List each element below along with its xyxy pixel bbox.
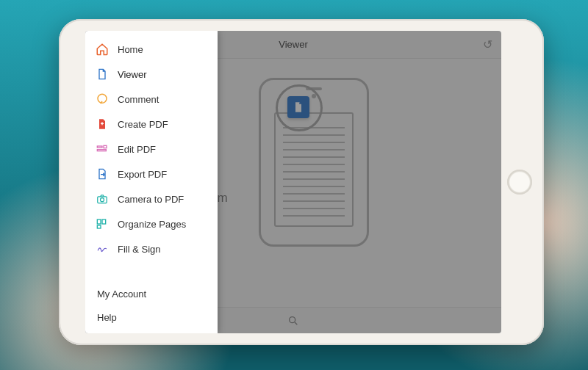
create-pdf-icon (96, 117, 109, 131)
document-icon (96, 68, 109, 81)
sidebar-item-label: Export PDF (118, 169, 167, 180)
svg-rect-11 (102, 220, 106, 224)
sidebar-item-label: Organize Pages (118, 219, 186, 230)
ipad-home-button (507, 170, 532, 195)
screen: Viewer ↺ ad cuments ywhere en in the Vie… (85, 31, 501, 333)
sidebar-item-home[interactable]: Home (85, 37, 218, 62)
sidebar-item-label: Home (118, 44, 143, 55)
sidebar-item-label: My Account (97, 289, 146, 300)
export-pdf-icon (96, 167, 109, 181)
sidebar-item-label: Comment (118, 94, 159, 105)
svg-rect-5 (97, 146, 102, 148)
sidebar-item-organize-pages[interactable]: Organize Pages (85, 211, 218, 236)
sidebar-item-camera-to-pdf[interactable]: Camera to PDF (85, 186, 218, 211)
sidebar-item-viewer[interactable]: Viewer (85, 62, 218, 87)
comment-icon (96, 92, 109, 106)
ipad-frame: Viewer ↺ ad cuments ywhere en in the Vie… (59, 19, 544, 345)
svg-point-9 (101, 197, 104, 201)
home-icon (96, 43, 109, 56)
svg-rect-7 (104, 145, 107, 148)
sidebar-item-label: Help (97, 312, 117, 323)
svg-rect-4 (101, 122, 102, 125)
svg-rect-12 (97, 225, 101, 228)
svg-rect-6 (97, 150, 106, 151)
side-menu: Home Viewer Comment Create PDF (85, 31, 218, 333)
edit-pdf-icon (96, 142, 109, 156)
signature-icon (96, 242, 109, 255)
sidebar-item-label: Fill & Sign (118, 244, 161, 255)
sidebar-item-label: Create PDF (118, 119, 168, 130)
sidebar-item-create-pdf[interactable]: Create PDF (85, 112, 218, 137)
sidebar-item-my-account[interactable]: My Account (85, 282, 218, 305)
svg-rect-10 (97, 220, 101, 224)
sidebar-item-label: Camera to PDF (118, 194, 184, 205)
sidebar-item-export-pdf[interactable]: Export PDF (85, 162, 218, 186)
sidebar-item-comment[interactable]: Comment (85, 87, 218, 112)
sidebar-item-fill-sign[interactable]: Fill & Sign (85, 236, 218, 261)
camera-icon (96, 192, 109, 206)
sidebar-item-help[interactable]: Help (85, 305, 218, 329)
sidebar-item-label: Viewer (118, 69, 147, 80)
sidebar-item-edit-pdf[interactable]: Edit PDF (85, 137, 218, 162)
sidebar-item-label: Edit PDF (118, 144, 156, 155)
organize-pages-icon (96, 217, 109, 231)
